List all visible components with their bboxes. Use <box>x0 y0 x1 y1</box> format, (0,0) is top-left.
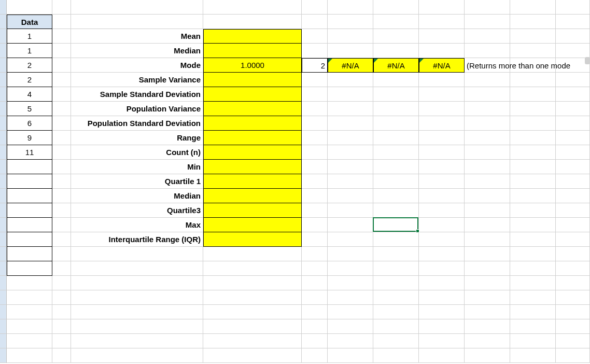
grid-cell[interactable] <box>302 305 328 319</box>
grid-cell[interactable] <box>510 73 556 87</box>
grid-cell[interactable] <box>465 15 510 29</box>
grid-cell[interactable] <box>465 232 510 247</box>
grid-cell[interactable] <box>302 203 328 218</box>
row-header[interactable] <box>0 348 7 363</box>
stat-value[interactable] <box>203 102 302 116</box>
grid-cell[interactable] <box>419 73 465 87</box>
grid-cell[interactable] <box>556 160 590 174</box>
grid-cell[interactable] <box>556 44 590 58</box>
grid-cell[interactable] <box>419 145 465 160</box>
row-header[interactable] <box>0 160 7 174</box>
grid-cell[interactable] <box>71 290 203 305</box>
grid-cell[interactable] <box>52 203 71 218</box>
grid-cell[interactable] <box>465 218 510 232</box>
grid-cell[interactable] <box>302 218 328 232</box>
grid-cell[interactable] <box>419 160 465 174</box>
grid-cell[interactable] <box>465 0 510 15</box>
stat-value[interactable] <box>203 174 302 189</box>
grid-cell[interactable] <box>556 131 590 145</box>
grid-cell[interactable] <box>419 87 465 102</box>
grid-cell[interactable] <box>52 348 71 363</box>
grid-cell[interactable] <box>52 73 71 87</box>
mode-extra-cell[interactable]: #N/A <box>373 58 419 73</box>
grid-cell[interactable] <box>328 15 373 29</box>
grid-cell[interactable] <box>7 319 52 334</box>
grid-cell[interactable] <box>465 203 510 218</box>
grid-cell[interactable] <box>419 319 465 334</box>
grid-cell[interactable] <box>302 290 328 305</box>
grid-cell[interactable] <box>203 261 302 276</box>
grid-cell[interactable] <box>465 131 510 145</box>
grid-cell[interactable] <box>52 15 71 29</box>
mode-extra-cell[interactable]: #N/A <box>419 58 465 73</box>
data-cell-empty[interactable] <box>7 218 52 232</box>
row-header[interactable] <box>0 145 7 160</box>
stat-value[interactable] <box>203 29 302 44</box>
grid-cell[interactable] <box>328 247 373 261</box>
grid-cell[interactable] <box>328 0 373 15</box>
grid-cell[interactable] <box>510 145 556 160</box>
data-cell[interactable]: 5 <box>7 102 52 116</box>
row-header[interactable] <box>0 174 7 189</box>
grid-cell[interactable] <box>71 15 203 29</box>
stat-value[interactable] <box>203 160 302 174</box>
stat-value[interactable] <box>203 116 302 131</box>
grid-cell[interactable] <box>510 102 556 116</box>
grid-cell[interactable] <box>328 232 373 247</box>
grid-cell[interactable] <box>556 15 590 29</box>
grid-cell[interactable] <box>465 334 510 348</box>
grid-cell[interactable] <box>373 232 419 247</box>
row-header[interactable] <box>0 290 7 305</box>
mode-extra-cell[interactable]: 2 <box>302 58 328 73</box>
grid-cell[interactable] <box>71 276 203 290</box>
grid-cell[interactable] <box>465 348 510 363</box>
grid-cell[interactable] <box>419 290 465 305</box>
grid-cell[interactable] <box>465 319 510 334</box>
grid-cell[interactable] <box>328 131 373 145</box>
grid-cell[interactable] <box>373 29 419 44</box>
row-header[interactable] <box>0 87 7 102</box>
grid-cell[interactable] <box>52 174 71 189</box>
grid-cell[interactable] <box>328 276 373 290</box>
grid-cell[interactable] <box>510 44 556 58</box>
grid-cell[interactable] <box>373 131 419 145</box>
grid-cell[interactable] <box>373 102 419 116</box>
row-header[interactable] <box>0 261 7 276</box>
grid-cell[interactable] <box>556 116 590 131</box>
grid-cell[interactable] <box>465 290 510 305</box>
grid-cell[interactable] <box>7 348 52 363</box>
grid-cell[interactable] <box>328 44 373 58</box>
grid-cell[interactable] <box>203 247 302 261</box>
grid-cell[interactable] <box>328 116 373 131</box>
row-header[interactable] <box>0 334 7 348</box>
grid-cell[interactable] <box>510 305 556 319</box>
grid-cell[interactable] <box>556 218 590 232</box>
grid-cell[interactable] <box>556 348 590 363</box>
grid-cell[interactable] <box>302 174 328 189</box>
data-cell[interactable]: 11 <box>7 145 52 160</box>
grid-cell[interactable] <box>328 87 373 102</box>
row-header[interactable] <box>0 15 7 29</box>
grid-cell[interactable] <box>7 276 52 290</box>
grid-cell[interactable] <box>510 15 556 29</box>
grid-cell[interactable] <box>52 131 71 145</box>
grid-cell[interactable] <box>302 189 328 203</box>
grid-cell[interactable] <box>419 348 465 363</box>
grid-cell[interactable] <box>419 189 465 203</box>
row-header[interactable] <box>0 319 7 334</box>
grid-cell[interactable] <box>419 29 465 44</box>
grid-cell[interactable] <box>302 145 328 160</box>
data-cell-empty[interactable] <box>7 189 52 203</box>
grid-cell[interactable] <box>556 174 590 189</box>
grid-cell[interactable] <box>556 334 590 348</box>
grid-cell[interactable] <box>510 0 556 15</box>
grid-cell[interactable] <box>465 261 510 276</box>
grid-cell[interactable] <box>328 29 373 44</box>
grid-cell[interactable] <box>510 189 556 203</box>
data-cell-empty[interactable] <box>7 247 52 261</box>
grid-cell[interactable] <box>302 44 328 58</box>
grid-cell[interactable] <box>302 131 328 145</box>
grid-cell[interactable] <box>419 334 465 348</box>
grid-cell[interactable] <box>510 232 556 247</box>
grid-cell[interactable] <box>52 232 71 247</box>
